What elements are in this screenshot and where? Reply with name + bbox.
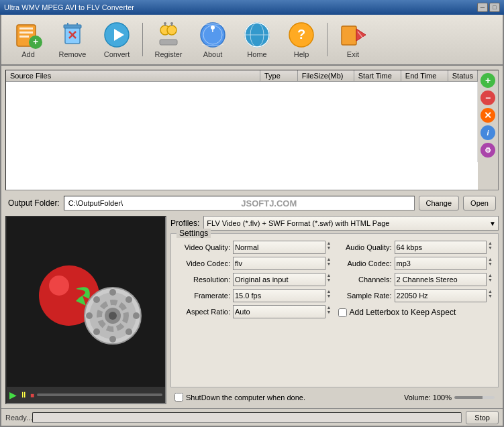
sample-rate-select-wrapper: 22050 Hz ▲▼	[395, 289, 493, 302]
open-button[interactable]: Open	[463, 196, 496, 210]
aspect-spinner[interactable]: ▲▼	[327, 305, 332, 318]
about-icon: i	[199, 21, 227, 49]
audio-quality-select[interactable]: 64 kbps	[395, 241, 487, 254]
svg-point-19	[170, 22, 173, 25]
framerate-select-wrapper: 15.0 fps ▲▼	[233, 289, 332, 302]
toolbar-separator-1	[142, 23, 143, 56]
video-codec-label: Video Codec:	[177, 259, 230, 267]
output-label: Output Folder:	[8, 198, 60, 208]
home-icon	[243, 21, 271, 49]
clear-files-button[interactable]: ✕	[481, 108, 495, 123]
shutdown-label: ShutDown the computer when done.	[186, 393, 305, 402]
resolution-select[interactable]: Original as input	[233, 273, 325, 286]
play-button[interactable]: ▶	[9, 389, 17, 400]
profiles-select-wrapper: FLV Video (*.flv) + SWF Format (*.swf) w…	[203, 216, 499, 231]
audio-quality-label: Audio Quality:	[338, 243, 392, 251]
svg-marker-32	[356, 29, 366, 41]
framerate-spinner[interactable]: ▲▼	[327, 289, 332, 302]
video-quality-select-wrapper: Normal ▲▼	[233, 241, 332, 254]
side-buttons: + − ✕ i ⚙	[478, 70, 498, 190]
sample-rate-spinner[interactable]: ▲▼	[488, 289, 493, 302]
svg-rect-20	[160, 40, 177, 45]
svg-point-45	[93, 296, 100, 303]
home-button[interactable]: Home	[236, 17, 279, 62]
video-quality-label: Video Quality:	[177, 243, 230, 251]
svg-rect-3	[19, 36, 29, 38]
framerate-select[interactable]: 15.0 fps	[233, 289, 325, 302]
remove-file-button[interactable]: −	[481, 90, 495, 105]
audio-quality-spinner[interactable]: ▲▼	[488, 241, 493, 254]
convert-label: Convert	[104, 50, 130, 58]
help-label: Help	[294, 50, 309, 58]
minimize-button[interactable]: ─	[477, 3, 488, 12]
settings-side-button[interactable]: ⚙	[481, 143, 495, 158]
register-button[interactable]: Register	[147, 17, 190, 62]
help-button[interactable]: ? Help	[280, 17, 323, 62]
home-label: Home	[247, 50, 266, 58]
register-label: Register	[155, 50, 183, 58]
add-file-button[interactable]: +	[481, 73, 495, 88]
audio-codec-spinner[interactable]: ▲▼	[488, 257, 493, 270]
video-quality-select[interactable]: Normal	[233, 241, 325, 254]
svg-point-36	[49, 276, 69, 296]
stop-preview-button[interactable]: ■	[30, 391, 34, 399]
progress-bar	[32, 412, 462, 423]
resolution-spinner[interactable]: ▲▼	[327, 273, 332, 286]
aspect-ratio-row: Aspect Ratio: Auto ▲▼	[177, 305, 332, 318]
shutdown-checkbox[interactable]	[174, 393, 183, 402]
stop-button[interactable]: Stop	[466, 411, 499, 424]
letterbox-checkbox[interactable]	[338, 308, 347, 317]
settings-panel: Profiles: FLV Video (*.flv) + SWF Format…	[170, 216, 499, 404]
profiles-label: Profiles:	[170, 219, 199, 228]
svg-point-15	[167, 25, 177, 35]
video-quality-spinner[interactable]: ▲▼	[327, 241, 332, 254]
output-row: Output Folder: C:\OutputFolder\ JSOFTJ.C…	[5, 194, 499, 212]
add-button[interactable]: + Add	[7, 17, 50, 62]
profiles-select[interactable]: FLV Video (*.flv) + SWF Format (*.swf) w…	[203, 216, 499, 231]
about-button[interactable]: i About	[191, 17, 234, 62]
resolution-label: Resolution:	[177, 276, 230, 284]
seek-bar[interactable]	[37, 393, 162, 396]
col-endtime: End Time	[401, 70, 448, 82]
svg-point-42	[109, 336, 116, 343]
output-path-value: C:\OutputFolder\	[68, 199, 123, 207]
letterbox-label: Add Letterbox to Keep Aspect	[350, 308, 456, 317]
convert-button[interactable]: Convert	[95, 17, 138, 62]
toolbar-separator-2	[327, 23, 327, 56]
volume-section: Volume: 100%	[404, 393, 495, 402]
ready-text: Ready...	[5, 414, 32, 422]
framerate-label: Framerate:	[177, 292, 230, 300]
framerate-row: Framerate: 15.0 fps ▲▼	[177, 289, 332, 302]
register-icon	[154, 21, 183, 49]
about-label: About	[203, 50, 223, 58]
exit-label: Exit	[347, 50, 359, 58]
change-button[interactable]: Change	[419, 196, 460, 210]
svg-rect-2	[19, 32, 33, 34]
audio-codec-row: Audio Codec: mp3 ▲▼	[338, 257, 493, 270]
add-icon: +	[14, 21, 42, 49]
video-codec-spinner[interactable]: ▲▼	[327, 257, 332, 270]
video-codec-row: Video Codec: flv ▲▼	[177, 257, 332, 270]
status-bar: Ready... Stop	[1, 408, 503, 426]
svg-point-44	[133, 312, 140, 319]
audio-codec-select[interactable]: mp3	[395, 257, 487, 270]
aspect-select[interactable]: Auto	[233, 305, 325, 318]
sample-rate-select[interactable]: 22050 Hz	[395, 289, 487, 302]
settings-grid: Video Quality: Normal ▲▼ Audio Quality:	[177, 241, 493, 318]
exit-button[interactable]: Exit	[332, 17, 374, 62]
channels-row: Channels: 2 Channels Stereo ▲▼	[338, 273, 493, 286]
video-codec-select[interactable]: flv	[233, 257, 325, 270]
volume-slider[interactable]	[454, 396, 495, 399]
remove-button[interactable]: Remove	[51, 17, 94, 62]
svg-point-48	[125, 296, 132, 303]
preview-image	[19, 249, 153, 356]
main-window: + Add Remove	[0, 15, 504, 427]
output-path-field[interactable]: C:\OutputFolder\ JSOFTJ.COM	[64, 196, 415, 210]
svg-point-40	[109, 312, 117, 320]
channels-spinner[interactable]: ▲▼	[488, 273, 493, 286]
info-button[interactable]: i	[481, 125, 495, 140]
col-source: Source Files	[6, 70, 260, 82]
maximize-button[interactable]: □	[489, 3, 500, 12]
pause-button[interactable]: ⏸	[19, 390, 28, 400]
channels-select[interactable]: 2 Channels Stereo	[395, 273, 487, 286]
